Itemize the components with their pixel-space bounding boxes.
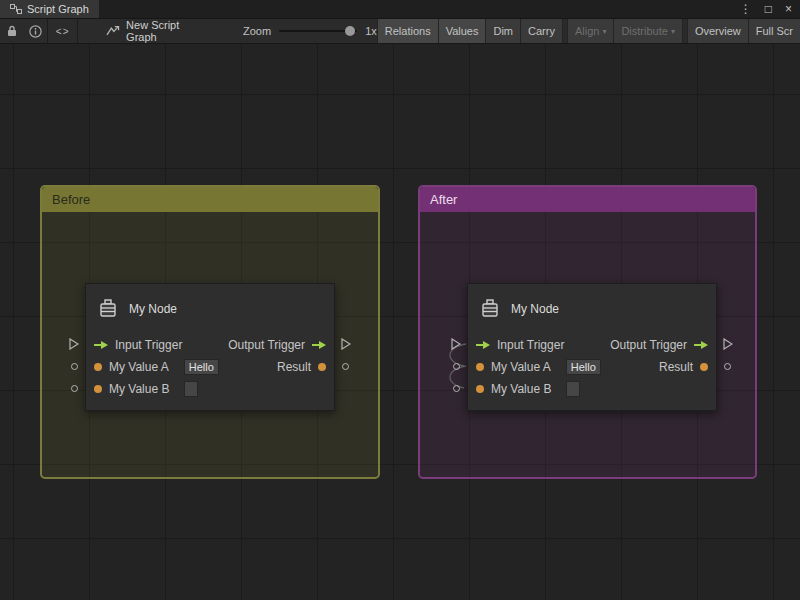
flow-out-arrow-icon[interactable] — [694, 340, 708, 350]
value-b-port-icon[interactable] — [476, 385, 484, 393]
result-label: Result — [277, 360, 311, 374]
output-flow-port-icon[interactable] — [341, 338, 351, 350]
value-b-input[interactable] — [184, 381, 198, 397]
result-output-port-icon[interactable] — [724, 363, 731, 370]
graph-asset-name: New Script Graph — [126, 19, 211, 43]
dim-button[interactable]: Dim — [485, 19, 521, 44]
group-title: Before — [52, 192, 90, 207]
graph-asset-icon — [106, 25, 120, 37]
tab-script-graph[interactable]: Script Graph — [0, 0, 99, 18]
value-a-input[interactable]: Hello — [184, 359, 219, 375]
fullscreen-button[interactable]: Full Scr — [748, 19, 800, 44]
result-label: Result — [659, 360, 693, 374]
toolbar-divider — [77, 19, 78, 44]
output-trigger-label: Output Trigger — [610, 338, 687, 352]
input-flow-port-icon[interactable] — [451, 338, 461, 350]
input-value-a-port-icon[interactable] — [453, 363, 460, 370]
toolbar-buttons: Relations Values Dim Carry Align ▾ Distr… — [377, 19, 800, 44]
align-dropdown[interactable]: Align ▾ — [567, 19, 614, 44]
node-type-icon — [478, 297, 502, 321]
value-b-label: My Value B — [109, 382, 169, 396]
chevron-down-icon: ▾ — [602, 27, 606, 36]
input-trigger-label: Input Trigger — [497, 338, 564, 352]
input-trigger-label: Input Trigger — [115, 338, 182, 352]
group-after-header[interactable]: After — [420, 187, 755, 212]
edit-source-button[interactable]: <> — [48, 19, 77, 44]
group-title: After — [430, 192, 457, 207]
graph-toolbar: <> New Script Graph Zoom 1x Relations Va… — [0, 19, 800, 44]
zoom-slider[interactable] — [279, 30, 357, 32]
value-a-row: My Value A Hello Result — [86, 356, 334, 378]
node-my-node-after[interactable]: My Node Input Trigger Output Trigger — [467, 283, 717, 411]
input-value-b-port-icon[interactable] — [453, 385, 460, 392]
script-graph-window: Script Graph ⋮ □ × <> — [0, 0, 800, 600]
value-a-port-icon[interactable] — [94, 363, 102, 371]
node-title: My Node — [511, 302, 559, 316]
output-trigger-label: Output Trigger — [228, 338, 305, 352]
result-port-icon[interactable] — [700, 363, 708, 371]
window-controls: ⋮ □ × — [740, 0, 800, 18]
window-maximize-icon[interactable]: □ — [765, 0, 772, 18]
result-port-icon[interactable] — [318, 363, 326, 371]
result-output-port-icon[interactable] — [342, 363, 349, 370]
zoom-value: 1x — [365, 25, 377, 37]
node-header[interactable]: My Node — [86, 284, 334, 334]
flow-in-arrow-icon[interactable] — [476, 340, 490, 350]
group-before-header[interactable]: Before — [42, 187, 378, 212]
carry-button[interactable]: Carry — [520, 19, 563, 44]
value-a-input[interactable]: Hello — [566, 359, 601, 375]
window-menu-icon[interactable]: ⋮ — [740, 0, 752, 18]
zoom-control: Zoom 1x — [243, 25, 377, 37]
trigger-row: Input Trigger Output Trigger — [86, 334, 334, 356]
value-b-row: My Value B — [86, 378, 334, 400]
info-icon — [29, 25, 42, 38]
input-value-b-port-icon[interactable] — [71, 385, 78, 392]
distribute-dropdown[interactable]: Distribute ▾ — [613, 19, 682, 44]
code-icon: <> — [56, 26, 70, 37]
info-button[interactable] — [24, 19, 48, 44]
flow-out-arrow-icon[interactable] — [312, 340, 326, 350]
node-my-node-before[interactable]: My Node Input Trigger Output Trigger — [85, 283, 335, 411]
value-a-label: My Value A — [109, 360, 169, 374]
node-title: My Node — [129, 302, 177, 316]
tab-title: Script Graph — [27, 3, 89, 15]
lock-icon — [7, 25, 17, 37]
trigger-row: Input Trigger Output Trigger — [468, 334, 716, 356]
graph-canvas[interactable]: Before After My Node — [0, 44, 800, 600]
value-b-row: My Value B — [468, 378, 716, 400]
zoom-slider-handle[interactable] — [345, 26, 355, 36]
flow-in-arrow-icon[interactable] — [94, 340, 108, 350]
input-flow-port-icon[interactable] — [69, 338, 79, 350]
value-a-row: My Value A Hello Result — [468, 356, 716, 378]
chevron-down-icon: ▾ — [671, 27, 675, 36]
lock-button[interactable] — [0, 19, 24, 44]
tab-bar: Script Graph ⋮ □ × — [0, 0, 800, 19]
window-close-icon[interactable]: × — [785, 0, 792, 18]
input-value-a-port-icon[interactable] — [71, 363, 78, 370]
node-header[interactable]: My Node — [468, 284, 716, 334]
value-b-port-icon[interactable] — [94, 385, 102, 393]
value-a-label: My Value A — [491, 360, 551, 374]
relations-button[interactable]: Relations — [377, 19, 439, 44]
script-graph-tab-icon — [10, 4, 22, 14]
node-type-icon — [96, 297, 120, 321]
graph-asset-breadcrumb[interactable]: New Script Graph — [106, 19, 211, 43]
value-b-label: My Value B — [491, 382, 551, 396]
value-b-input[interactable] — [566, 381, 580, 397]
value-a-port-icon[interactable] — [476, 363, 484, 371]
values-button[interactable]: Values — [438, 19, 487, 44]
output-flow-port-icon[interactable] — [723, 338, 733, 350]
zoom-label: Zoom — [243, 25, 271, 37]
overview-button[interactable]: Overview — [687, 19, 749, 44]
